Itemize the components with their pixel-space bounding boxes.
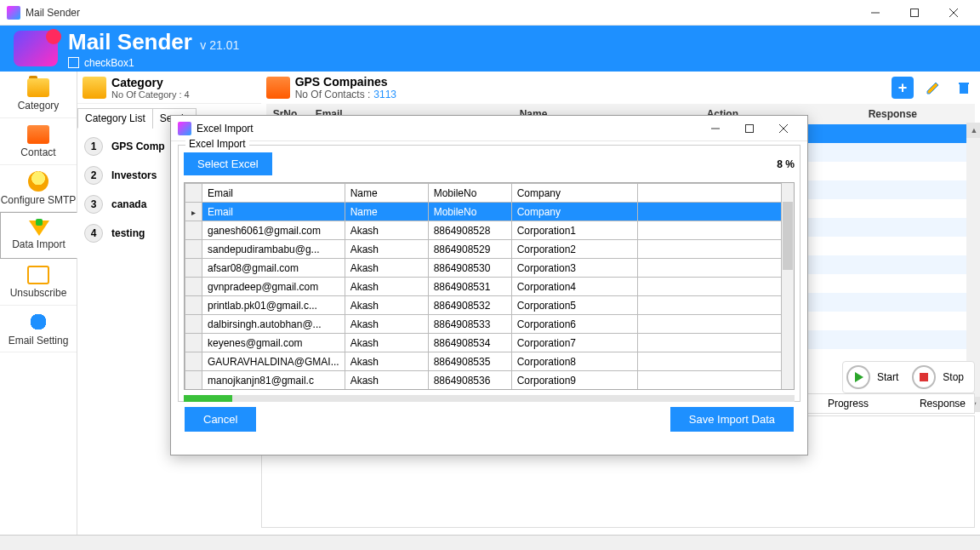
save-import-button[interactable]: Save Import Data xyxy=(670,407,794,432)
brand-title: Mail Sender xyxy=(68,29,192,54)
select-excel-button[interactable]: Select Excel xyxy=(184,152,272,175)
category-number: 3 xyxy=(84,195,103,214)
row-header xyxy=(185,352,202,371)
scrollbar-thumb[interactable] xyxy=(783,202,793,270)
table-row[interactable]: sandepudirambabu@g...Akash8864908529Corp… xyxy=(185,240,782,259)
cell-mobile: 8864908534 xyxy=(428,334,511,352)
nav-data-import[interactable]: Data Import xyxy=(0,212,77,259)
row-header xyxy=(185,296,202,315)
side-navigation: Category Contact Configure SMTP Data Imp… xyxy=(0,72,77,535)
nav-email-setting[interactable]: Email Setting xyxy=(0,306,77,352)
minimize-button[interactable] xyxy=(856,1,895,25)
cell-mobile: 8864908528 xyxy=(428,221,511,240)
progress-fill xyxy=(184,395,232,402)
cell-mobile: 8864908532 xyxy=(428,296,511,315)
smtp-icon xyxy=(28,171,48,192)
nav-contact[interactable]: Contact xyxy=(0,118,77,165)
category-header-icon xyxy=(83,77,106,99)
row-header xyxy=(185,240,202,259)
row-header xyxy=(185,278,202,296)
cell-empty xyxy=(637,371,781,390)
row-header-col xyxy=(185,184,202,203)
cell-email: gvnpradeep@gmail.com xyxy=(202,278,345,296)
cell-name: Akash xyxy=(345,240,428,259)
stop-button-icon[interactable] xyxy=(912,365,936,389)
svg-rect-1 xyxy=(911,9,919,16)
dialog-icon xyxy=(178,122,191,135)
cell-empty xyxy=(637,240,781,259)
category-number: 2 xyxy=(84,166,103,185)
dialog-minimize-button[interactable] xyxy=(698,117,732,140)
cell-name: Name xyxy=(345,203,428,221)
dialog-titlebar: Excel Import xyxy=(171,116,807,141)
grid-scrollbar[interactable] xyxy=(782,183,794,389)
window-titlebar: Mail Sender xyxy=(0,0,980,26)
cell-email: GAURAVHALDINA@GMAI... xyxy=(202,352,345,371)
grid-col-empty xyxy=(637,184,781,203)
dialog-close-button[interactable] xyxy=(766,117,801,140)
table-row[interactable]: dalbirsingh.autobhan@...Akash8864908533C… xyxy=(185,315,782,334)
contacts-header-icon xyxy=(266,77,290,99)
nav-configure-smtp[interactable]: Configure SMTP xyxy=(0,165,77,212)
table-row[interactable]: ganesh6061@gmail.comAkash8864908528Corpo… xyxy=(185,221,782,240)
nav-unsubscribe[interactable]: Unsubscribe xyxy=(0,259,77,306)
tab-category-list[interactable]: Category List xyxy=(77,108,153,129)
cell-name: Akash xyxy=(345,296,428,315)
maximize-button[interactable] xyxy=(895,1,934,25)
table-row[interactable]: printlab.pk01@gmail.c...Akash8864908532C… xyxy=(185,296,782,315)
category-number: 1 xyxy=(84,137,103,156)
grid-col-mobile[interactable]: MobileNo xyxy=(428,184,511,203)
svg-rect-7 xyxy=(746,124,754,132)
nav-category[interactable]: Category xyxy=(0,72,77,118)
scroll-up-button[interactable]: ▲ xyxy=(966,123,980,138)
cell-name: Akash xyxy=(345,259,428,278)
nav-label: Data Import xyxy=(12,238,66,250)
nav-label: Email Setting xyxy=(9,335,69,347)
grid-col-company[interactable]: Company xyxy=(511,184,637,203)
cell-mobile: 8864908536 xyxy=(428,371,511,390)
cell-company: Corporation3 xyxy=(511,259,637,278)
cell-email: printlab.pk01@gmail.c... xyxy=(202,296,345,315)
table-row[interactable]: manojkanjn81@gmail.cAkash8864908536Corpo… xyxy=(185,371,782,390)
app-logo xyxy=(14,31,58,66)
close-button[interactable] xyxy=(934,1,973,25)
svg-rect-4 xyxy=(960,84,968,94)
table-row[interactable]: GAURAVHALDINA@GMAI...Akash8864908535Corp… xyxy=(185,352,782,371)
category-label: GPS Comp xyxy=(111,140,165,152)
import-progress-bar xyxy=(184,395,795,402)
grid-col-email[interactable]: Email xyxy=(202,184,345,203)
cell-email: sandepudirambabu@g... xyxy=(202,240,345,259)
checkbox-label: checkBox1 xyxy=(84,57,134,69)
table-row[interactable]: gvnpradeep@gmail.comAkash8864908531Corpo… xyxy=(185,278,782,296)
nav-label: Unsubscribe xyxy=(10,287,67,299)
folder-icon xyxy=(27,78,49,97)
dialog-maximize-button[interactable] xyxy=(732,117,766,140)
add-button[interactable]: + xyxy=(892,77,914,99)
row-header xyxy=(185,334,202,352)
contact-icon xyxy=(27,125,49,144)
category-subtitle: No Of Category : 4 xyxy=(111,89,190,100)
import-grid: Email Name MobileNo Company EmailNameMob… xyxy=(184,182,795,390)
group-legend: Excel Import xyxy=(185,138,249,150)
table-row[interactable]: afsar08@gmail.comAkash8864908530Corporat… xyxy=(185,259,782,278)
delete-button[interactable] xyxy=(953,77,975,99)
cell-name: Akash xyxy=(345,315,428,334)
cell-empty xyxy=(637,296,781,315)
grid-col-name[interactable]: Name xyxy=(345,184,428,203)
response-col: Response xyxy=(920,398,966,410)
table-row[interactable]: EmailNameMobileNoCompany xyxy=(185,203,782,221)
start-button-icon[interactable] xyxy=(846,365,870,389)
cell-company: Corporation9 xyxy=(511,371,637,390)
cell-mobile: 8864908533 xyxy=(428,315,511,334)
table-row[interactable]: keyenes@gmail.comAkash8864908534Corporat… xyxy=(185,334,782,352)
cell-company: Corporation5 xyxy=(511,296,637,315)
cell-email: keyenes@gmail.com xyxy=(202,334,345,352)
category-number: 4 xyxy=(84,224,103,243)
header-checkbox[interactable] xyxy=(68,57,79,68)
cancel-button[interactable]: Cancel xyxy=(185,407,256,432)
cell-empty xyxy=(637,352,781,371)
edit-button[interactable] xyxy=(922,77,944,99)
cell-company: Corporation4 xyxy=(511,278,637,296)
category-label: canada xyxy=(111,198,146,210)
cell-empty xyxy=(637,221,781,240)
